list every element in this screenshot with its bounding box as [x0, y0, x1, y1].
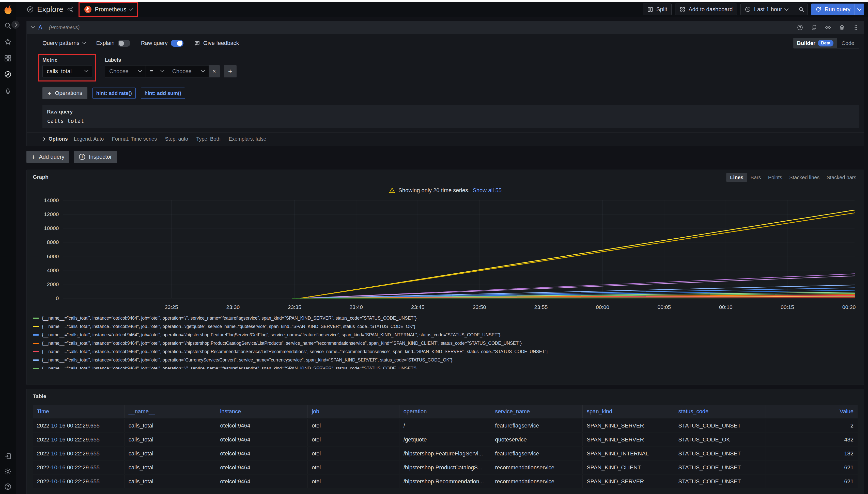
- remove-query-trash-icon[interactable]: [839, 24, 845, 31]
- legend-item[interactable]: {__name__="calls_total", instance="otelc…: [33, 322, 857, 331]
- table-header-value[interactable]: Value: [766, 405, 857, 418]
- raw-query-preview: Raw query calls_total: [42, 105, 859, 128]
- table-cell: /getquote: [399, 433, 491, 446]
- table-header-spankind[interactable]: span_kind: [583, 405, 674, 418]
- table-header-job[interactable]: job: [308, 405, 399, 418]
- table-row: 2022-10-16 00:22:29.655calls_totalotelco…: [33, 433, 857, 446]
- labels-label: Labels: [105, 57, 237, 63]
- table-cell: featureflagservice: [491, 447, 583, 460]
- drag-handle-icon[interactable]: [853, 24, 859, 31]
- graph-panel: Graph LinesBarsPointsStacked linesStacke…: [26, 170, 864, 385]
- legend-series-color: [33, 351, 39, 353]
- table-cell: SPAN_KIND_SERVER: [583, 475, 674, 488]
- series-limit-warning: Showing only 20 time series. Show all 55: [33, 187, 857, 194]
- query-row-header[interactable]: A (Prometheus): [27, 21, 864, 34]
- table-header-time[interactable]: Time: [33, 405, 125, 418]
- table-cell: otel: [308, 461, 399, 474]
- legend-item[interactable]: {__name__="calls_total", instance="otelc…: [33, 339, 857, 347]
- raw-query-value: calls_total: [47, 118, 854, 124]
- label-key-select[interactable]: Choose: [105, 65, 146, 77]
- share-icon[interactable]: [67, 6, 73, 13]
- help-icon[interactable]: [4, 483, 12, 491]
- legend-series-label: {__name__="calls_total", instance="otelc…: [42, 316, 416, 321]
- graph-mode-lines[interactable]: Lines: [726, 173, 747, 182]
- time-series-chart[interactable]: 0200040006000800010000120001400023:2523:…: [33, 197, 857, 312]
- graph-mode-stacked-lines[interactable]: Stacked lines: [786, 173, 823, 182]
- graph-mode-stacked-bars[interactable]: Stacked bars: [823, 173, 860, 182]
- chevron-down-icon: [129, 6, 133, 11]
- hint-add-rate-button[interactable]: hint: add rate(): [92, 88, 136, 99]
- dashboard-grid-icon: [680, 6, 686, 13]
- query-patterns-label: Query patterns: [42, 40, 79, 46]
- query-patterns-dropdown[interactable]: Query patterns: [42, 40, 86, 46]
- x-axis-tick: 23:45: [411, 304, 424, 310]
- table-header-instance[interactable]: instance: [216, 405, 308, 418]
- legend-item[interactable]: {__name__="calls_total", instance="otelc…: [33, 347, 857, 356]
- legend-item[interactable]: {__name__="calls_total", instance="otelc…: [33, 331, 857, 339]
- query-help-icon[interactable]: [797, 24, 803, 31]
- add-label-filter-button[interactable]: +: [224, 65, 237, 77]
- zoom-out-time-button[interactable]: [795, 4, 808, 15]
- metric-select[interactable]: calls_total: [42, 65, 92, 77]
- label-value-select[interactable]: Choose: [168, 65, 209, 77]
- sidebar: [0, 2, 16, 494]
- table-header-name[interactable]: __name__: [125, 405, 216, 418]
- datasource-picker[interactable]: Prometheus: [82, 4, 134, 14]
- grafana-logo-icon[interactable]: [2, 4, 13, 15]
- x-axis-tick: 23:55: [535, 304, 548, 310]
- y-axis-tick: 6000: [47, 253, 59, 259]
- inspector-button[interactable]: i Inspector: [74, 151, 117, 163]
- run-query-button[interactable]: Run query: [811, 3, 854, 15]
- give-feedback-label: Give feedback: [203, 40, 239, 46]
- run-query-button-group: Run query: [811, 3, 864, 15]
- settings-gear-icon[interactable]: [4, 468, 12, 475]
- search-icon[interactable]: [4, 22, 12, 30]
- time-range-picker[interactable]: Last 1 hour: [741, 4, 792, 15]
- explore-nav-icon[interactable]: [4, 71, 12, 78]
- add-to-dashboard-label: Add to dashboard: [689, 6, 733, 13]
- comment-icon: [194, 40, 200, 46]
- duplicate-query-icon[interactable]: [811, 24, 817, 31]
- hint-add-sum-button[interactable]: hint: add sum(): [141, 88, 185, 99]
- split-button[interactable]: Split: [643, 3, 672, 15]
- starred-icon[interactable]: [4, 38, 12, 46]
- legend-item-clipped[interactable]: {__name__="calls_total", instance="otelc…: [33, 364, 857, 369]
- graph-mode-points[interactable]: Points: [764, 173, 786, 182]
- give-feedback-link[interactable]: Give feedback: [194, 40, 239, 46]
- table-header-operation[interactable]: operation: [399, 405, 491, 418]
- sign-in-icon[interactable]: [4, 452, 12, 460]
- builder-label: Builder: [797, 40, 815, 46]
- code-mode-tab[interactable]: Code: [837, 38, 859, 48]
- dashboards-icon[interactable]: [4, 54, 12, 62]
- y-axis-tick: 4000: [47, 267, 59, 273]
- inspector-label: Inspector: [89, 154, 112, 160]
- operations-label: Operations: [55, 90, 82, 96]
- table-header-statuscode[interactable]: status_code: [674, 405, 766, 418]
- table-row: 2022-10-16 00:22:29.655calls_totalotelco…: [33, 475, 857, 488]
- legend-item[interactable]: {__name__="calls_total", instance="otelc…: [33, 314, 857, 322]
- graph-mode-bars[interactable]: Bars: [747, 173, 764, 182]
- operations-button[interactable]: + Operations: [42, 87, 87, 99]
- table-cell: otelcol:9464: [216, 447, 308, 460]
- collapse-chevron-icon[interactable]: [31, 24, 35, 28]
- remove-label-filter-button[interactable]: ×: [209, 65, 220, 77]
- run-query-dropdown[interactable]: [854, 3, 864, 15]
- table-header-servicename[interactable]: service_name: [491, 405, 583, 418]
- alerting-bell-icon[interactable]: [4, 87, 12, 94]
- add-query-button[interactable]: + Add query: [26, 151, 69, 163]
- explain-toggle[interactable]: [117, 40, 130, 47]
- add-to-dashboard-button[interactable]: Add to dashboard: [675, 3, 737, 15]
- legend-series-label: {__name__="calls_total", instance="otelc…: [42, 332, 500, 338]
- show-all-series-link[interactable]: Show all 55: [473, 187, 502, 194]
- legend-item[interactable]: {__name__="calls_total", instance="otelc…: [33, 356, 857, 364]
- hide-response-eye-icon[interactable]: [825, 24, 831, 31]
- label-operator-select[interactable]: =: [146, 65, 168, 77]
- y-axis-tick: 12000: [44, 211, 59, 217]
- table-panel: Table Time__name__instancejoboperationse…: [26, 389, 864, 494]
- table-cell: STATUS_CODE_UNSET: [674, 475, 766, 488]
- query-options-row[interactable]: Options Legend: Auto Format: Time series…: [27, 132, 864, 146]
- builder-mode-tab[interactable]: Builder Beta: [794, 38, 837, 48]
- datasource-name: Prometheus: [95, 6, 126, 13]
- raw-query-toggle[interactable]: [171, 40, 183, 47]
- sidebar-expand-button[interactable]: [11, 20, 20, 29]
